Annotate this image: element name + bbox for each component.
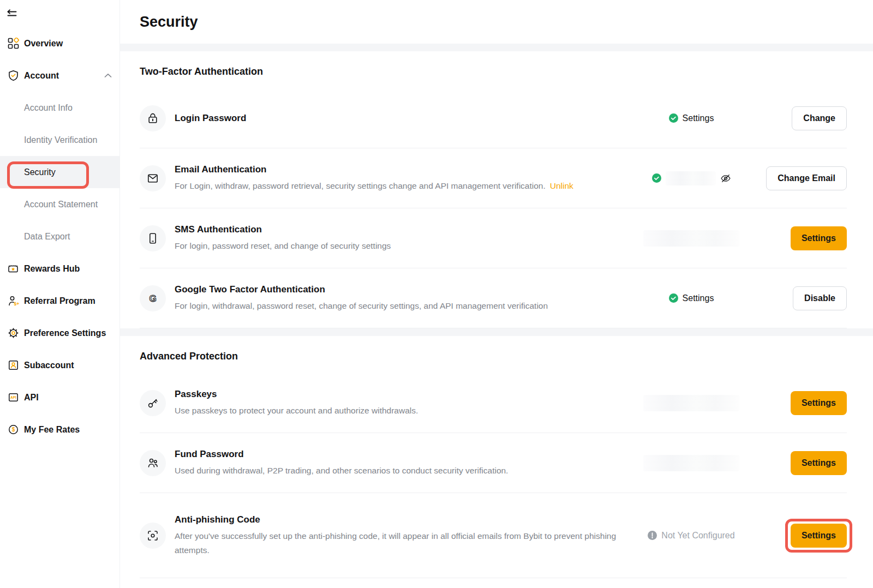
masked-passkey-value — [643, 395, 739, 411]
row-description: After you've successfully set up the ant… — [175, 529, 622, 557]
masked-email-value — [666, 171, 716, 185]
sidebar-item-overview[interactable]: Overview — [0, 27, 119, 59]
eye-slash-icon[interactable] — [720, 173, 731, 184]
unlink-link[interactable]: Unlink — [550, 181, 573, 190]
row-description: For login, withdrawal, password reset, c… — [175, 299, 622, 313]
anti-phishing-scan-icon — [140, 523, 166, 549]
sidebar-item-label: Rewards Hub — [24, 264, 80, 274]
section-heading: Two-Factor Authentication — [140, 51, 847, 88]
sidebar-item-data-export[interactable]: Data Export — [0, 220, 119, 253]
row-fund-password: Fund Password Used during withdrawal, P2… — [140, 433, 847, 493]
api-icon: API — [7, 392, 19, 404]
row-title: Anti-phishing Code — [175, 513, 631, 526]
masked-phone-value — [643, 230, 739, 247]
row-login-password: Login Password Settings Change — [140, 88, 847, 148]
svg-text:G: G — [149, 293, 156, 303]
lock-icon — [140, 105, 166, 131]
row-description: Use passkeys to protect your account and… — [175, 404, 622, 418]
fund-password-settings-button[interactable]: Settings — [791, 451, 847, 475]
sidebar-item-security[interactable]: Security — [0, 156, 119, 188]
google-2fa-disable-button[interactable]: Disable — [793, 286, 847, 310]
section-divider-band — [120, 328, 873, 336]
section-two-factor-authentication: Two-Factor Authentication Login Password — [120, 51, 873, 328]
subaccount-icon — [7, 359, 19, 371]
status-text: Not Yet Configured — [661, 531, 734, 541]
row-passkeys: Passkeys Use passkeys to protect your ac… — [140, 373, 847, 433]
sidebar-item-label: Referral Program — [24, 296, 95, 306]
sidebar-item-label: Security — [24, 167, 56, 177]
sidebar-item-label: Overview — [24, 39, 63, 49]
sidebar-item-preference-settings[interactable]: Preference Settings — [0, 317, 119, 349]
login-password-status: Settings — [642, 113, 740, 123]
sidebar-item-label: Account Statement — [24, 200, 98, 209]
anti-phishing-status: Not Yet Configured — [642, 531, 740, 541]
sidebar-item-label: API — [24, 393, 39, 403]
sidebar-item-account[interactable]: Account — [0, 59, 119, 92]
row-google-two-factor: G Google Two Factor Authentication For l… — [140, 268, 847, 328]
sidebar-item-label: Data Export — [24, 232, 70, 242]
svg-text:$: $ — [11, 427, 15, 433]
passkeys-settings-button[interactable]: Settings — [791, 391, 847, 415]
change-email-button[interactable]: Change Email — [766, 166, 847, 190]
sidebar-item-api[interactable]: API API — [0, 381, 119, 413]
change-password-button[interactable]: Change — [792, 106, 847, 130]
sidebar-item-rewards-hub[interactable]: Rewards Hub — [0, 253, 119, 285]
section-divider-band — [120, 44, 873, 51]
row-description: Used during withdrawal, P2P trading, and… — [175, 464, 622, 478]
sms-settings-button[interactable]: Settings — [791, 226, 847, 250]
page-header: Security — [120, 0, 873, 44]
status-text: Settings — [683, 293, 714, 303]
row-description: For login, password reset, and change of… — [175, 239, 622, 253]
sidebar-item-label: Account Info — [24, 103, 73, 113]
sidebar-item-subaccount[interactable]: Subaccount — [0, 349, 119, 381]
sidebar-item-referral-program[interactable]: $+ Referral Program — [0, 285, 119, 317]
sidebar-item-label: Preference Settings — [24, 328, 106, 338]
page-title: Security — [140, 14, 198, 31]
referral-program-icon: $+ — [7, 295, 19, 307]
anti-phishing-settings-button[interactable]: Settings — [791, 524, 847, 548]
overview-icon — [7, 38, 19, 50]
check-circle-icon — [652, 173, 661, 183]
check-circle-icon — [669, 293, 678, 303]
main-content: Security Two-Factor Authentication Login… — [120, 0, 873, 588]
chevron-up-icon — [104, 73, 112, 78]
account-shield-icon — [7, 70, 19, 82]
sidebar-item-label: My Fee Rates — [24, 425, 80, 435]
collapse-sidebar-button[interactable] — [0, 0, 119, 27]
email-status — [642, 171, 740, 185]
row-sms-authentication: SMS Authentication For login, password r… — [140, 208, 847, 268]
row-title: SMS Authentication — [175, 223, 631, 236]
sidebar-item-account-statement[interactable]: Account Statement — [0, 188, 119, 220]
row-title: Google Two Factor Authentication — [175, 283, 631, 296]
phone-icon — [140, 225, 166, 251]
section-heading: Advanced Protection — [140, 336, 847, 373]
google-2fa-status: Settings — [642, 293, 740, 303]
fund-password-status — [642, 455, 740, 471]
app-window: Overview Account Account Info — [0, 0, 873, 588]
row-title: Email Authentication — [175, 163, 631, 176]
sidebar-item-label: Account — [24, 71, 59, 81]
my-fee-rates-icon: $ — [7, 424, 19, 436]
row-email-authentication: Email Authentication For Login, withdraw… — [140, 148, 847, 208]
svg-text:$+: $+ — [14, 301, 19, 307]
row-title: Passkeys — [175, 388, 631, 401]
section-advanced-protection: Advanced Protection Passkeys Use passkey… — [120, 336, 873, 578]
sms-status — [642, 230, 740, 247]
sidebar-item-label: Identity Verification — [24, 135, 97, 145]
rewards-hub-icon — [7, 263, 19, 275]
passkey-key-icon — [140, 390, 166, 416]
sidebar-item-identity-verification[interactable]: Identity Verification — [0, 124, 119, 156]
svg-text:API: API — [10, 395, 16, 399]
collapse-sidebar-icon — [7, 9, 17, 19]
sidebar-nav: Overview Account Account Info — [0, 27, 119, 446]
email-icon — [140, 165, 166, 191]
sidebar-item-label: Subaccount — [24, 361, 74, 370]
passkeys-status — [642, 395, 740, 411]
sidebar-item-my-fee-rates[interactable]: $ My Fee Rates — [0, 413, 119, 446]
row-anti-phishing-code: Anti-phishing Code After you've successf… — [140, 493, 847, 578]
status-text: Settings — [683, 113, 714, 123]
sidebar-item-account-info[interactable]: Account Info — [0, 92, 119, 124]
check-circle-icon — [669, 113, 678, 123]
row-title: Login Password — [175, 112, 631, 125]
preference-settings-gear-icon — [7, 327, 19, 339]
